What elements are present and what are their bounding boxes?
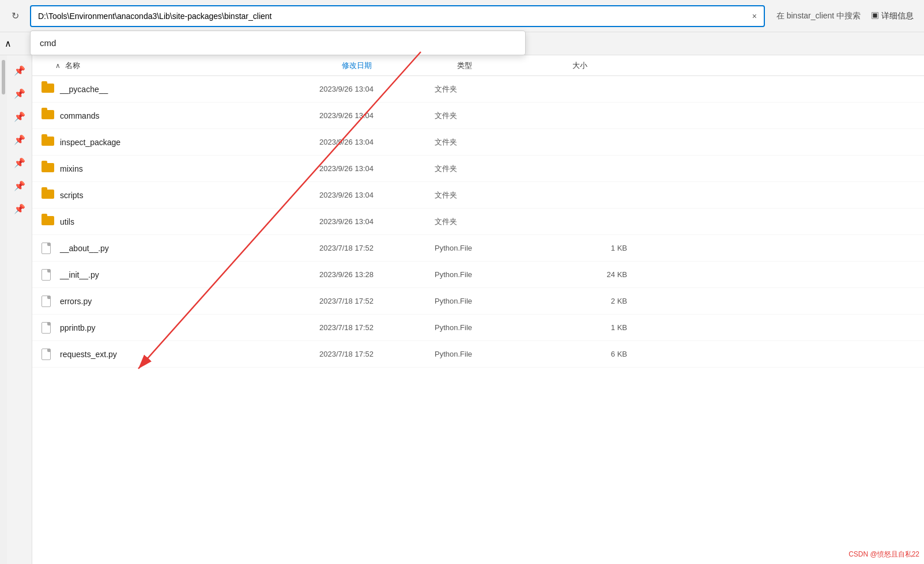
table-row[interactable]: utils2023/9/26 13:04文件夹: [32, 209, 924, 235]
file-icon: [42, 296, 55, 307]
sidebar: 📌 📌 📌 📌 📌 📌 📌: [7, 55, 32, 564]
file-name: commands: [60, 111, 319, 120]
table-row[interactable]: scripts2023/9/26 13:04文件夹: [32, 182, 924, 209]
file-size: 24 KB: [550, 270, 636, 279]
file-name: pprintb.py: [60, 323, 319, 332]
file-type: 文件夹: [435, 111, 550, 121]
file-type: 文件夹: [435, 84, 550, 94]
file-area: ∧ 名称 修改日期 类型 大小 __pycache__2023/9/26 13:…: [32, 55, 924, 564]
file-date: 2023/9/26 13:04: [319, 217, 435, 226]
sidebar-icon-4[interactable]: 📌: [9, 129, 30, 150]
folder-icon: [42, 110, 55, 122]
file-name: scripts: [60, 191, 319, 200]
col-header-name[interactable]: 名称: [65, 60, 342, 71]
file-list: __pycache__2023/9/26 13:04文件夹commands202…: [32, 76, 924, 564]
address-bar-container: × cmd: [30, 5, 765, 27]
file-icon: [42, 243, 55, 254]
sort-arrow: ∧: [5, 38, 12, 49]
folder-icon: [42, 163, 55, 175]
file-date: 2023/7/18 17:52: [319, 350, 435, 358]
sidebar-icon-5[interactable]: 📌: [9, 152, 30, 173]
col-header-size[interactable]: 大小: [572, 60, 659, 71]
table-row[interactable]: __pycache__2023/9/26 13:04文件夹: [32, 76, 924, 103]
table-row[interactable]: inspect_package2023/9/26 13:04文件夹: [32, 129, 924, 156]
file-name: utils: [60, 217, 319, 226]
col-header-type[interactable]: 类型: [457, 60, 572, 71]
view-toggle-button[interactable]: ▣ 详细信息: [865, 9, 919, 24]
table-row[interactable]: pprintb.py2023/7/18 17:52Python.File1 KB: [32, 315, 924, 341]
file-type: 文件夹: [435, 164, 550, 174]
folder-icon: [42, 190, 55, 201]
file-type: Python.File: [435, 323, 550, 332]
sidebar-icon-7[interactable]: 📌: [9, 198, 30, 219]
table-row[interactable]: commands2023/9/26 13:04文件夹: [32, 103, 924, 129]
watermark: CSDN @愤怒且自私22: [848, 550, 919, 559]
sidebar-icon-2[interactable]: 📌: [9, 83, 30, 104]
file-type: Python.File: [435, 244, 550, 252]
refresh-button[interactable]: ↻: [5, 6, 25, 27]
file-name: requests_ext.py: [60, 350, 319, 359]
address-clear-button[interactable]: ×: [748, 9, 761, 23]
file-size: 6 KB: [550, 350, 636, 358]
file-date: 2023/9/26 13:04: [319, 191, 435, 199]
file-icon: [42, 322, 55, 334]
file-date: 2023/9/26 13:28: [319, 270, 435, 279]
sidebar-icon-6[interactable]: 📌: [9, 175, 30, 196]
toolbar-right: ▣ 详细信息: [865, 9, 919, 24]
folder-icon: [42, 84, 55, 95]
file-date: 2023/9/26 13:04: [319, 111, 435, 120]
file-size: 1 KB: [550, 323, 636, 332]
sidebar-icon-1[interactable]: 📌: [9, 60, 30, 81]
autocomplete-dropdown: cmd: [30, 31, 526, 55]
file-name: __pycache__: [60, 85, 319, 94]
top-bar: ↻ × cmd 在 binstar_client 中搜索 ▣ 详细信息: [0, 0, 924, 32]
scrollbar-panel[interactable]: [0, 55, 7, 564]
file-type: 文件夹: [435, 137, 550, 147]
file-size: 2 KB: [550, 297, 636, 305]
column-header: ∧ 名称 修改日期 类型 大小: [32, 55, 924, 76]
file-type: Python.File: [435, 270, 550, 279]
file-date: 2023/9/26 13:04: [319, 164, 435, 173]
file-type: Python.File: [435, 350, 550, 358]
file-date: 2023/7/18 17:52: [319, 244, 435, 252]
file-type: 文件夹: [435, 190, 550, 200]
table-row[interactable]: errors.py2023/7/18 17:52Python.File2 KB: [32, 288, 924, 315]
main-layout: 📌 📌 📌 📌 📌 📌 📌 ∧ 名称 修改日期 类型 大小 __pycache_…: [0, 55, 924, 564]
file-icon: [42, 349, 55, 360]
table-row[interactable]: mixins2023/9/26 13:04文件夹: [32, 156, 924, 182]
file-type: 文件夹: [435, 217, 550, 227]
file-size: 1 KB: [550, 244, 636, 252]
col-header-date[interactable]: 修改日期: [342, 60, 457, 71]
search-label: 在 binstar_client 中搜索: [776, 11, 861, 21]
file-name: __init__.py: [60, 270, 319, 279]
scrollbar-thumb: [2, 60, 5, 94]
table-row[interactable]: __init__.py2023/9/26 13:28Python.File24 …: [32, 262, 924, 288]
table-row[interactable]: __about__.py2023/7/18 17:52Python.File1 …: [32, 235, 924, 262]
sidebar-icon-3[interactable]: 📌: [9, 106, 30, 127]
file-name: inspect_package: [60, 138, 319, 147]
file-date: 2023/9/26 13:04: [319, 85, 435, 93]
folder-icon: [42, 137, 55, 148]
table-row[interactable]: requests_ext.py2023/7/18 17:52Python.Fil…: [32, 341, 924, 368]
file-icon: [42, 269, 55, 281]
file-name: mixins: [60, 164, 319, 173]
file-date: 2023/7/18 17:52: [319, 323, 435, 332]
file-date: 2023/9/26 13:04: [319, 138, 435, 146]
file-type: Python.File: [435, 297, 550, 305]
file-name: __about__.py: [60, 244, 319, 253]
folder-icon: [42, 216, 55, 228]
file-name: errors.py: [60, 297, 319, 306]
file-date: 2023/7/18 17:52: [319, 297, 435, 305]
autocomplete-item-cmd[interactable]: cmd: [31, 31, 525, 55]
sort-arrow-icon: ∧: [55, 62, 61, 70]
address-input[interactable]: [30, 5, 765, 27]
